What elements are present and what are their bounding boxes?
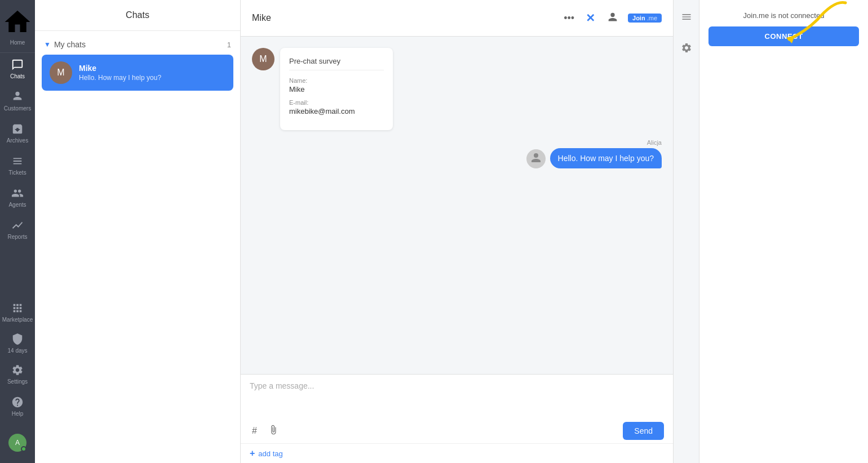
- sidebar: Home Chats Customers Archives Tickets Ag…: [0, 0, 35, 463]
- sidebar-item-agents[interactable]: Agents: [0, 181, 35, 213]
- menu-icon-button[interactable]: [677, 8, 696, 29]
- sidebar-tickets-label: Tickets: [8, 170, 26, 176]
- sidebar-bottom: Marketplace 14 days Settings Help A: [0, 296, 35, 463]
- sidebar-item-tickets[interactable]: Tickets: [0, 149, 35, 181]
- right-panel: Join.me is not connected CONNECT: [699, 0, 868, 463]
- chat-header-title: Mike: [252, 13, 271, 23]
- my-chats-label: My chats: [54, 40, 86, 49]
- customer-initial-avatar: M: [252, 48, 274, 70]
- sidebar-home-label: Home: [10, 39, 25, 46]
- sidebar-trial-label: 14 days: [7, 348, 27, 354]
- reports-icon: [11, 219, 24, 232]
- home-icon: [2, 7, 33, 37]
- trial-icon: [11, 333, 24, 345]
- customers-icon: [11, 91, 24, 103]
- sidebar-item-home[interactable]: Home: [0, 0, 35, 53]
- close-chat-button[interactable]: ✕: [583, 9, 597, 27]
- chat-header: Mike ••• ✕ Join .me: [241, 0, 673, 37]
- chat-preview: Hello. How may I help you?: [79, 74, 225, 82]
- sender-name: Alicja: [647, 139, 662, 146]
- joinme-widget: Join.me is not connected CONNECT: [699, 0, 868, 55]
- chats-title: Chats: [126, 10, 149, 20]
- message-input[interactable]: [250, 381, 664, 415]
- sidebar-archives-label: Archives: [7, 137, 28, 144]
- profile-icon: [606, 12, 619, 24]
- pre-chat-name-field: Name: Mike: [289, 77, 384, 94]
- agents-icon: [11, 187, 24, 199]
- settings-icon: [11, 364, 24, 376]
- online-status-dot: [21, 446, 26, 452]
- me-text: .me: [647, 15, 657, 21]
- sidebar-help-label: Help: [12, 411, 24, 417]
- sidebar-item-reports[interactable]: Reports: [0, 213, 35, 246]
- sidebar-item-trial[interactable]: 14 days: [0, 328, 35, 358]
- add-tag-area[interactable]: + add tag: [241, 443, 673, 463]
- sidebar-reports-label: Reports: [7, 234, 27, 240]
- chat-list-item[interactable]: M Mike Hello. How may I help you?: [42, 55, 233, 91]
- outgoing-message-row: Hello. How may I help you?: [526, 148, 662, 168]
- email-value: mikebike@mail.com: [289, 107, 384, 115]
- chat-name: Mike: [79, 64, 225, 73]
- customer-profile-button[interactable]: [604, 10, 621, 26]
- plus-icon: +: [250, 448, 255, 458]
- agent-message-avatar: [526, 149, 546, 168]
- email-label: E-mail:: [289, 99, 384, 106]
- my-chats-section: ▼ My chats 1 M Mike Hello. How may I hel…: [35, 31, 240, 96]
- chevron-down-icon: ▼: [44, 41, 51, 48]
- name-value: Mike: [289, 85, 384, 94]
- pre-chat-with-avatar: M Pre-chat survey Name: Mike E-mail: mik…: [252, 48, 662, 130]
- hashtag-button[interactable]: #: [250, 424, 259, 438]
- name-label: Name:: [289, 77, 384, 84]
- chats-icon: [11, 59, 24, 71]
- outgoing-message-wrapper: Alicja Hello. How may I help you?: [526, 139, 662, 168]
- my-chats-header[interactable]: ▼ My chats 1: [42, 37, 233, 52]
- chats-panel: Chats ▼ My chats 1 M Mike Hello. How may…: [35, 0, 241, 463]
- menu-icon: [681, 11, 692, 23]
- gear-icon: [681, 42, 692, 54]
- side-icons-panel: [673, 0, 699, 463]
- join-text: Join: [632, 15, 645, 21]
- sidebar-item-marketplace[interactable]: Marketplace: [0, 296, 35, 328]
- more-options-button[interactable]: •••: [561, 10, 577, 26]
- sidebar-settings-label: Settings: [7, 379, 28, 385]
- pre-chat-email-field: E-mail: mikebike@mail.com: [289, 99, 384, 115]
- sidebar-item-archives[interactable]: Archives: [0, 117, 35, 149]
- pre-chat-survey-title: Pre-chat survey: [289, 57, 384, 70]
- sidebar-item-help[interactable]: Help: [0, 390, 35, 422]
- sidebar-item-customers[interactable]: Customers: [0, 85, 35, 117]
- attachment-icon: [268, 425, 278, 435]
- send-button[interactable]: Send: [623, 422, 664, 440]
- outgoing-message-bubble: Hello. How may I help you?: [550, 148, 662, 168]
- chats-panel-header: Chats: [35, 0, 240, 31]
- sidebar-customers-label: Customers: [4, 105, 31, 112]
- gear-icon-button[interactable]: [677, 39, 696, 60]
- avatar: A: [8, 434, 26, 452]
- sidebar-chats-label: Chats: [10, 73, 25, 79]
- sidebar-item-chats[interactable]: Chats: [0, 53, 35, 85]
- pre-chat-survey-card: Pre-chat survey Name: Mike E-mail: mikeb…: [280, 48, 393, 130]
- attachment-button[interactable]: [266, 422, 281, 439]
- sidebar-user-avatar[interactable]: A: [0, 422, 35, 463]
- marketplace-icon: [11, 302, 24, 314]
- add-tag-label: add tag: [258, 449, 282, 458]
- connect-button[interactable]: CONNECT: [708, 26, 859, 46]
- my-chats-count: 1: [227, 41, 231, 49]
- sidebar-marketplace-label: Marketplace: [2, 317, 33, 323]
- help-icon: [11, 396, 24, 408]
- chat-main: Mike ••• ✕ Join .me M Pre-cha: [241, 0, 673, 463]
- sidebar-agents-label: Agents: [8, 202, 26, 208]
- chat-messages: M Pre-chat survey Name: Mike E-mail: mik…: [241, 37, 673, 374]
- input-area: # Send + add tag: [241, 374, 673, 463]
- joinme-badge[interactable]: Join .me: [628, 14, 662, 23]
- chat-avatar: M: [50, 61, 72, 84]
- sidebar-item-settings[interactable]: Settings: [0, 358, 35, 390]
- joinme-status-text: Join.me is not connected: [708, 11, 859, 20]
- tickets-icon: [11, 155, 24, 167]
- archives-icon: [11, 123, 24, 135]
